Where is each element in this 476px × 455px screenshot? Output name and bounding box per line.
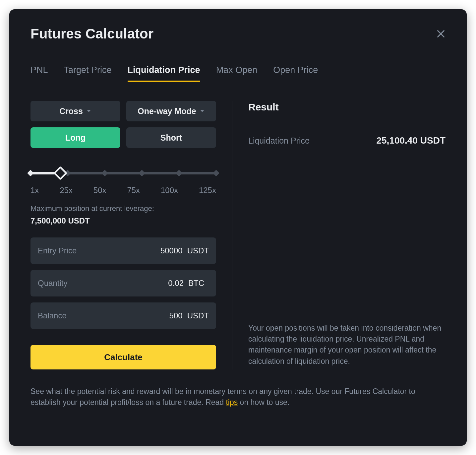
entry-price-label: Entry Price <box>38 246 77 255</box>
long-button[interactable]: Long <box>30 127 120 148</box>
quantity-unit: BTC <box>188 279 209 288</box>
slider-thumb[interactable] <box>53 166 67 180</box>
tab-max-open[interactable]: Max Open <box>216 65 258 82</box>
tab-pnl[interactable]: PNL <box>30 65 48 82</box>
entry-price-unit: USDT <box>187 246 209 255</box>
column-divider <box>232 101 232 369</box>
chevron-down-icon <box>200 108 205 114</box>
leverage-tick-label: 50x <box>93 186 106 195</box>
balance-field[interactable]: Balance USDT <box>30 302 216 329</box>
close-icon <box>436 29 446 40</box>
tabs: PNL Target Price Liquidation Price Max O… <box>30 65 446 82</box>
slider-tick <box>213 170 219 176</box>
calculate-button[interactable]: Calculate <box>30 345 216 369</box>
slider-tick <box>101 170 108 176</box>
close-button[interactable] <box>434 28 447 41</box>
leverage-tick-label: 125x <box>199 186 216 195</box>
leverage-slider[interactable]: 1x 25x 50x 75x 100x 125x Maximum positio… <box>30 172 216 226</box>
balance-label: Balance <box>38 311 67 320</box>
quantity-field[interactable]: Quantity BTC <box>30 270 216 296</box>
max-position-label: Maximum position at current leverage: <box>30 204 216 213</box>
tab-target-price[interactable]: Target Price <box>64 65 112 82</box>
leverage-tick-label: 100x <box>161 186 178 195</box>
entry-price-input[interactable] <box>77 246 187 255</box>
leverage-tick-label: 1x <box>30 186 39 195</box>
slider-tick <box>139 170 145 176</box>
slider-tick <box>176 170 182 176</box>
tips-link[interactable]: tips <box>226 398 238 407</box>
slider-tick <box>27 170 34 176</box>
modal-title: Futures Calculator <box>30 26 446 42</box>
entry-price-field[interactable]: Entry Price USDT <box>30 237 216 264</box>
liquidation-price-label: Liquidation Price <box>248 136 376 146</box>
result-note: Your open positions will be taken into c… <box>248 323 446 369</box>
tab-liquidation-price[interactable]: Liquidation Price <box>128 65 200 82</box>
chevron-down-icon <box>86 108 91 114</box>
leverage-tick-label: 75x <box>127 186 140 195</box>
position-mode-label: One-way Mode <box>138 106 196 116</box>
result-title: Result <box>248 101 446 113</box>
liquidation-price-value: 25,100.40 USDT <box>376 135 446 146</box>
footer-text-a: See what the potential risk and reward w… <box>30 387 415 407</box>
max-position-value: 7,500,000 USDT <box>30 216 216 226</box>
futures-calculator-modal: Futures Calculator PNL Target Price Liqu… <box>9 9 467 446</box>
margin-mode-label: Cross <box>59 106 83 116</box>
balance-input[interactable] <box>67 311 187 320</box>
leverage-tick-label: 25x <box>60 186 73 195</box>
footer-note: See what the potential risk and reward w… <box>30 386 446 408</box>
position-mode-select[interactable]: One-way Mode <box>126 101 216 121</box>
quantity-input[interactable] <box>67 279 188 288</box>
tab-open-price[interactable]: Open Price <box>273 65 318 82</box>
short-button[interactable]: Short <box>126 127 216 148</box>
balance-unit: USDT <box>187 311 209 320</box>
slider-track <box>30 172 216 174</box>
quantity-label: Quantity <box>38 279 67 288</box>
footer-text-b: on how to use. <box>238 398 289 407</box>
margin-mode-select[interactable]: Cross <box>30 101 120 121</box>
